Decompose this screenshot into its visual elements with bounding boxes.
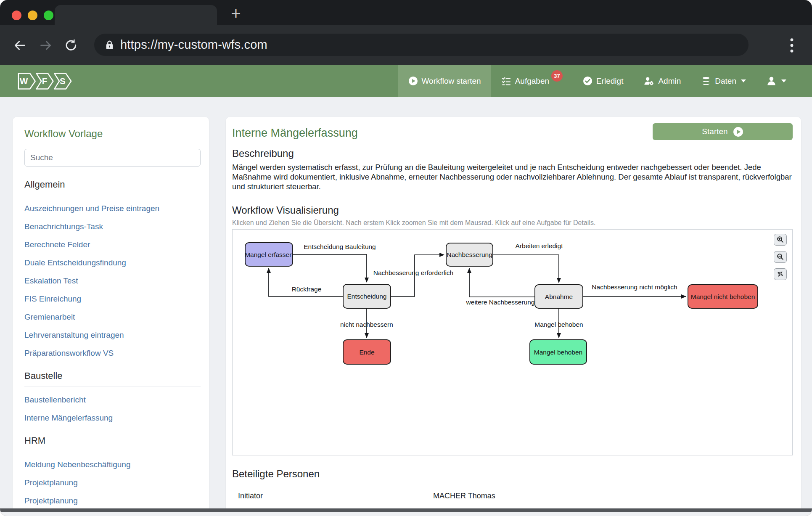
- url-text: https://my-custom-wfs.com: [120, 38, 267, 52]
- page-background: Workflow Vorlage AllgemeinAuszeichnungen…: [0, 97, 812, 512]
- nav-item-erledigt[interactable]: Erledigt: [573, 65, 633, 97]
- node-nachbesserung[interactable]: Nachbesserung: [446, 243, 493, 266]
- zoom-out-button[interactable]: [774, 251, 787, 263]
- workflow-diagram[interactable]: Mangel erfassenEntscheidungNachbesserung…: [233, 230, 792, 455]
- svg-text:W: W: [20, 77, 28, 86]
- browser-menu-icon[interactable]: [784, 37, 799, 54]
- node-entscheidung[interactable]: Entscheidung: [343, 284, 391, 308]
- node-label: Ende: [359, 348, 374, 355]
- chevron-down-icon: [781, 79, 786, 82]
- wfs-logo[interactable]: WFS: [18, 72, 73, 90]
- node-abnahme[interactable]: Abnahme: [535, 285, 583, 308]
- compress-button[interactable]: [774, 268, 787, 280]
- new-tab-button[interactable]: +: [226, 4, 246, 23]
- nav-item-aufgaben[interactable]: Aufgaben37: [491, 65, 573, 97]
- user-gear-icon: [643, 76, 654, 86]
- sidebar-item-pr-parationsworkflow-vs[interactable]: Präparationsworkflow VS: [24, 349, 201, 358]
- node-label: Mangel nicht behoben: [691, 293, 755, 300]
- workflow-template-sidebar: Workflow Vorlage AllgemeinAuszeichnungen…: [13, 117, 209, 512]
- person-row: InitiatorMACHER Thomas: [232, 483, 793, 509]
- nav-item-label: Admin: [658, 77, 681, 86]
- description-text: Mängel werden systematisch erfasst, zur …: [232, 163, 793, 192]
- node-mangel-behoben[interactable]: Mangel behoben: [530, 340, 587, 364]
- node-mangel-nicht-behoben[interactable]: Mangel nicht behoben: [688, 285, 758, 308]
- sidebar-item-projektplanung[interactable]: Projektplanung: [24, 496, 201, 505]
- visualization-hint: Klicken und Ziehen Sie die Übersicht. Na…: [232, 219, 793, 227]
- maximize-window-icon[interactable]: [44, 11, 53, 20]
- edge-label-nachbesserung-erforderlich: Nachbesserung erforderlich: [373, 269, 453, 276]
- chevron-down-icon: [741, 79, 746, 82]
- check-circle-icon: [583, 76, 592, 86]
- svg-text:F: F: [42, 77, 47, 86]
- nav-item-label: Workflow starten: [422, 77, 481, 86]
- node-label: Nachbesserung: [447, 251, 492, 258]
- edge-label-r-ckfrage: Rückfrage: [292, 286, 322, 293]
- database-icon: [701, 76, 711, 86]
- edge-entscheidung-bauleitung: [293, 254, 367, 282]
- sidebar-group-heading-baustelle: Baustelle: [24, 370, 201, 386]
- sidebar-item-benachrichtungs-task[interactable]: Benachrichtungs-Task: [24, 222, 201, 231]
- sidebar-item-projektplanung[interactable]: Projektplanung: [24, 478, 201, 487]
- browser-tab[interactable]: [55, 5, 217, 25]
- person-role: Initiator: [238, 492, 433, 500]
- page-title: Interne Mängelerfassung: [232, 127, 358, 140]
- nav-item-admin[interactable]: Admin: [633, 65, 691, 97]
- sidebar-group-heading-hrm: HRM: [24, 435, 201, 451]
- description-heading: Beschreibung: [232, 148, 793, 159]
- edge-label-nicht-nachbessern: nicht nachbessern: [340, 321, 393, 328]
- close-window-icon[interactable]: [12, 11, 21, 20]
- nav-item-workflow-starten[interactable]: Workflow starten: [398, 65, 491, 97]
- back-icon[interactable]: [13, 38, 27, 53]
- sidebar-item-gremienarbeit[interactable]: Gremienarbeit: [24, 312, 201, 322]
- edge-label-nachbesserung-nicht-m-glich: Nachbesserung nicht möglich: [592, 283, 677, 291]
- persons-heading: Beteiligte Personen: [232, 468, 793, 480]
- svg-text:S: S: [60, 77, 66, 86]
- sidebar-item-lehrveranstaltung-eintragen[interactable]: Lehrveranstaltung eintragen: [24, 331, 201, 340]
- sidebar-item-eskalation-test[interactable]: Eskalation Test: [24, 276, 201, 286]
- sidebar-item-berechnete-felder[interactable]: Berechnete Felder: [24, 240, 201, 249]
- sidebar-item-interne-m-ngelerfassung[interactable]: Interne Mängelerfassung: [24, 413, 201, 423]
- minimize-window-icon[interactable]: [28, 11, 37, 20]
- sidebar-item-fis-einreichung[interactable]: FIS Einreichung: [24, 294, 201, 304]
- person-name: MACHER Thomas: [433, 492, 495, 500]
- node-label: Mangel erfassen: [245, 251, 293, 258]
- edge-label-arbeiten-erledigt: Arbeiten erledigt: [516, 242, 563, 249]
- edge-label-mangel-behoben: Mangel behoben: [534, 321, 583, 328]
- workflow-diagram-svg[interactable]: Mangel erfassenEntscheidungNachbesserung…: [233, 230, 793, 455]
- aufgaben-count-badge: 37: [551, 70, 563, 82]
- start-button-label: Starten: [702, 127, 727, 136]
- edge-label-entscheidung-bauleitung: Entscheidung Bauleitung: [304, 243, 376, 250]
- nav-item-daten[interactable]: Daten: [691, 65, 756, 97]
- forward-icon[interactable]: [39, 38, 53, 53]
- nav-item-label: Daten: [715, 77, 736, 86]
- sidebar-item-duale-entscheidungsfindung[interactable]: Duale Entscheidungsfindung: [24, 258, 201, 267]
- node-label: Mangel behoben: [534, 348, 583, 355]
- app-navbar: WFS Workflow startenAufgaben37ErledigtAd…: [0, 65, 812, 97]
- browser-window: + https://my-custom-wfs.com WFS Workflow…: [0, 0, 812, 516]
- nav-item-label: Erledigt: [596, 77, 623, 86]
- sidebar-item-meldung-nebenbesch-ftigung[interactable]: Meldung Nebenbeschäftigung: [24, 460, 201, 469]
- sidebar-group-heading-allgemein: Allgemein: [24, 179, 201, 195]
- sidebar-item-baustellenbericht[interactable]: Baustellenbericht: [24, 395, 201, 405]
- nav-item-label: Aufgaben: [515, 77, 549, 86]
- workflow-canvas[interactable]: Mangel erfassenEntscheidungNachbesserung…: [232, 229, 793, 455]
- edge-weitere-nachbesserung: [469, 268, 535, 297]
- nav-item-user-menu[interactable]: [756, 65, 796, 97]
- user-icon: [766, 76, 777, 86]
- edge-arbeiten-erledigt: [493, 255, 559, 283]
- play-circle-icon: [733, 127, 743, 137]
- sidebar-title: Workflow Vorlage: [24, 128, 201, 140]
- window-bottom-edge: [0, 508, 812, 512]
- zoom-in-button[interactable]: [774, 234, 787, 246]
- node-label: Entscheidung: [347, 293, 387, 300]
- search-input[interactable]: [24, 149, 201, 167]
- node-ende[interactable]: Ende: [343, 340, 391, 364]
- sidebar-item-auszeichnungen-und-preise-eintragen[interactable]: Auszeichnungen und Preise eintragen: [24, 204, 201, 213]
- persons-table: InitiatorMACHER Thomas: [232, 483, 793, 509]
- start-workflow-button[interactable]: Starten: [653, 123, 793, 140]
- node-mangel-erfassen[interactable]: Mangel erfassen: [245, 243, 293, 266]
- main-header: Interne Mängelerfassung Starten: [232, 123, 793, 140]
- reload-icon[interactable]: [64, 38, 78, 53]
- workflow-detail-card: Interne Mängelerfassung Starten Beschrei…: [226, 117, 801, 512]
- url-bar[interactable]: https://my-custom-wfs.com: [94, 34, 749, 56]
